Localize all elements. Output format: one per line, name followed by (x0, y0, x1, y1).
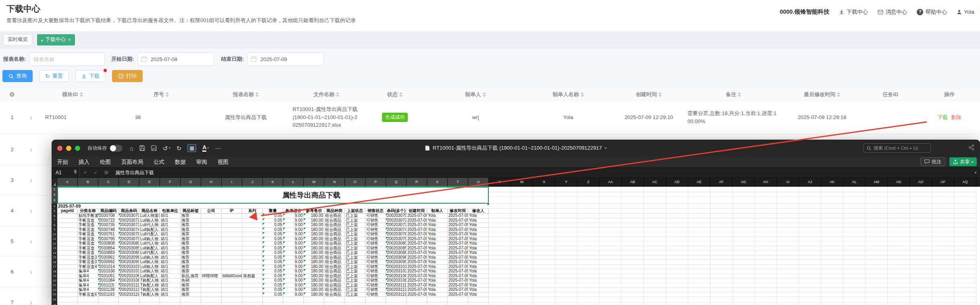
sheet-cell[interactable]: Lull购人物 (139, 260, 160, 265)
sheet-cell[interactable] (577, 246, 600, 251)
column-header-S[interactable]: S (427, 178, 448, 187)
row-header-1[interactable]: 1 (52, 187, 57, 192)
sheet-cell[interactable]: 2002031084 (386, 278, 407, 283)
sheet-cell[interactable] (821, 251, 843, 256)
sheet-cell[interactable] (555, 223, 577, 228)
sheet-cell[interactable]: 已上架 (345, 283, 365, 288)
sheet-cell[interactable] (600, 288, 622, 293)
sheet-cell[interactable] (932, 192, 954, 197)
sheet-cell[interactable] (755, 241, 777, 246)
column-header-B[interactable]: B (78, 178, 98, 187)
sheet-cell[interactable] (577, 237, 600, 242)
sheet-cell[interactable] (622, 237, 644, 242)
sheet-cell[interactable]: Yola (427, 293, 448, 297)
sheet-cell[interactable] (866, 293, 888, 297)
sheet-cell[interactable] (98, 303, 119, 305)
sort-carets-icon[interactable] (658, 92, 662, 97)
sheet-cell[interactable] (888, 232, 910, 237)
sheet-cell[interactable]: 贴纸手帐套 (78, 214, 98, 218)
sheet-cell[interactable]: 组合商品 (324, 293, 345, 297)
sheet-cell[interactable] (888, 218, 910, 223)
sheet-cell[interactable]: 2025-07-09 (448, 251, 468, 256)
sheet-cell[interactable] (600, 209, 622, 214)
sheet-cell[interactable] (622, 303, 644, 305)
sheet-cell[interactable]: 9.00 (283, 288, 304, 293)
sheet-cell[interactable] (448, 297, 468, 303)
sheet-cell[interactable]: 2031061 (98, 274, 119, 279)
sheet-cell[interactable]: 2002030992 (386, 260, 407, 265)
sheet-cell[interactable] (555, 283, 577, 288)
sheet-cell[interactable]: 2002030735 (119, 223, 139, 228)
sort-carets-icon[interactable] (166, 92, 169, 97)
sheet-cell[interactable] (489, 232, 511, 237)
sheet-cell[interactable] (932, 228, 954, 233)
sheet-cell[interactable] (644, 228, 666, 233)
sheet-cell[interactable]: 2025-07-09 (448, 256, 468, 260)
sheet-cell[interactable] (222, 214, 242, 218)
sheet-cell[interactable]: 9.00 (283, 274, 304, 279)
sheet-cell[interactable] (777, 297, 799, 303)
sheet-cell[interactable] (555, 232, 577, 237)
sheet-cell[interactable] (688, 297, 710, 303)
save-icon[interactable] (139, 145, 145, 151)
sheet-cell[interactable]: 2002031138 (386, 288, 407, 293)
sheet-cell[interactable] (555, 214, 577, 218)
sort-carets-icon[interactable] (80, 92, 83, 97)
column-header-AD[interactable]: AD (666, 178, 688, 187)
sheet-cell[interactable] (622, 278, 644, 283)
sheet-cell[interactable]: 9.00 (283, 283, 304, 288)
sheet-cell[interactable] (644, 278, 666, 283)
sheet-cell[interactable]: 180.00 (304, 251, 324, 256)
sheet-cell[interactable] (932, 209, 954, 214)
sheet-cell[interactable] (866, 269, 888, 274)
sheet-cell[interactable] (688, 223, 710, 228)
sheet-cell[interactable]: 0.05 (263, 293, 283, 297)
sheet-cell[interactable]: 180.00 (304, 241, 324, 246)
sheet-cell[interactable] (489, 288, 511, 293)
row-header-10[interactable]: 10 (52, 232, 57, 237)
sheet-cell[interactable]: 2002031061 (119, 274, 139, 279)
sheet-cell[interactable]: 箱/1 (160, 265, 181, 270)
sheet-cell[interactable] (386, 303, 407, 305)
sheet-cell[interactable] (201, 223, 222, 228)
sheet-cell[interactable] (843, 251, 866, 256)
sheet-cell[interactable]: 组合商品 (324, 246, 345, 251)
column-header-A[interactable]: A (57, 178, 78, 187)
sheet-cell[interactable] (666, 256, 688, 260)
sheet-cell[interactable] (511, 192, 533, 197)
column-header-AI[interactable]: AI (777, 178, 799, 187)
sheet-cell[interactable] (201, 232, 222, 237)
sheet-cell[interactable] (755, 214, 777, 218)
sheet-cell[interactable] (733, 269, 755, 274)
sheet-cell[interactable] (932, 265, 954, 270)
sheet-cell[interactable] (577, 256, 600, 260)
sheet-cell[interactable] (688, 303, 710, 305)
sheet-cell[interactable]: 推荐 (181, 283, 201, 288)
sheet-cell[interactable] (489, 246, 511, 251)
sheet-cell[interactable] (201, 218, 222, 223)
sheet-cell[interactable]: 可销售 (365, 223, 386, 228)
sheet-cell[interactable] (644, 269, 666, 274)
sheet-cell[interactable] (843, 218, 866, 223)
sheet-cell[interactable] (866, 223, 888, 228)
sheet-cell[interactable]: 2025-07-09 (448, 283, 468, 288)
sheet-cell[interactable] (777, 223, 799, 228)
sheet-cell[interactable] (201, 288, 222, 293)
sheet-cell[interactable]: 已上架 (345, 256, 365, 260)
sheet-cell[interactable]: 2025-07-09 (407, 260, 427, 265)
sheet-cell[interactable]: 180.00 (304, 223, 324, 228)
sheet-cell[interactable] (622, 228, 644, 233)
sheet-cell[interactable] (242, 260, 263, 265)
sheet-cell[interactable] (511, 223, 533, 228)
sheet-cell[interactable] (533, 209, 555, 214)
sheet-cell[interactable] (866, 214, 888, 218)
sheet-cell[interactable] (57, 223, 78, 228)
sheet-cell[interactable]: 2025-07-09 (448, 241, 468, 246)
sheet-cell[interactable] (910, 251, 932, 256)
sheet-cell[interactable] (932, 187, 954, 192)
sheet-cell[interactable]: Yola (468, 251, 489, 256)
sheet-cell[interactable] (688, 293, 710, 297)
sheet-cell[interactable] (688, 265, 710, 270)
sheet-cell[interactable] (932, 251, 954, 256)
sheet-cell[interactable] (263, 297, 283, 303)
